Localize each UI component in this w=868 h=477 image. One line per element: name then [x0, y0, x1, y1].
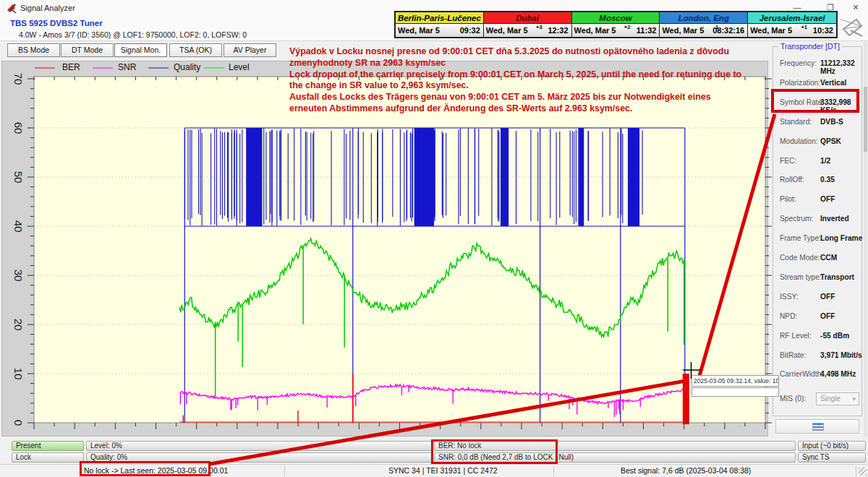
param-label-pilot-: Pilot: [780, 195, 796, 203]
annotation-text: Výpadok v Locku nosnej presne od 9:00:01… [289, 46, 770, 115]
clock-time: 08:32:16 [712, 26, 744, 35]
clock-city: Berlin-Paris-Lučenec [396, 12, 483, 24]
clock-jerusalem-israel: Jerusalem-IsraelWed, Mar 5+110:32 [748, 12, 836, 37]
param-value-polarization-: Vertical [820, 79, 846, 87]
param-value-pilot-: OFF [820, 195, 835, 203]
param-value-spectrum-: Inverted [820, 215, 849, 223]
legend-line-snr [93, 67, 113, 69]
param-value-npd-: OFF [820, 312, 835, 320]
param-label-rf-level-: RF Level: [780, 332, 812, 340]
param-label-code-mode-: Code Mode: [780, 254, 820, 262]
param-label-bitrate-: BitRate: [780, 351, 806, 359]
param-label-frequency-: Frequency: [780, 59, 817, 67]
no-lock-highlight-box [80, 461, 210, 476]
signal-chart-panel[interactable] [1, 61, 768, 437]
status-input-~-bit-s-: Input (~0 bit/s) [798, 441, 866, 451]
clock-time: 09:32 [460, 26, 480, 35]
window-title: Signal Analyzer [20, 4, 75, 12]
statusbar-separator [856, 466, 856, 476]
app-icon [7, 3, 17, 17]
clock-city: London, Eng [660, 12, 747, 24]
legend-label-level: Level [229, 62, 250, 74]
clock-moscow: MoscowWed, Mar 5+211:32 [572, 12, 660, 37]
tab-av-player[interactable]: AV Player [224, 43, 276, 57]
legend-line-ber [35, 67, 55, 69]
sidebar-scrollbar-thumb[interactable] [864, 87, 867, 152]
clock-date: Wed, Mar 5 [486, 26, 528, 35]
param-label-fec-: FEC: [780, 157, 796, 165]
status-present: Present [12, 441, 84, 451]
clock-dubai: DubaiWed, Mar 5+312:32 [484, 12, 572, 37]
clock-city: Jerusalem-Israel [748, 12, 836, 24]
clock-berlin-paris-lu-enec: Berlin-Paris-LučenecWed, Mar 509:32 [396, 12, 484, 37]
param-value-fec-: 1/2 [820, 157, 830, 165]
clock-offset: +3 [536, 24, 542, 30]
param-label-frame-type-: Frame Type: [780, 234, 821, 242]
legend-line-quality [148, 67, 169, 69]
clock-time: 10:32 [813, 26, 833, 35]
param-value-frequency-: 11212,332 MHz [820, 59, 868, 75]
status-sync-ts: Sync TS [798, 452, 866, 463]
param-value-carrierwidth-: 4,498 MHz [820, 370, 856, 378]
annotation-line: the change in SR value to 2,963 ksym/sec… [289, 80, 770, 92]
status-best-signal: Best signal: 7,6 dB (2025-03-04 08:38) [621, 466, 751, 475]
param-label-carrierwidth-: CarrierWidth: [780, 370, 823, 378]
status-level: Level: 0% [86, 441, 432, 451]
resize-grip[interactable] [859, 468, 867, 476]
world-clocks: Berlin-Paris-LučenecWed, Mar 509:32Dubai… [394, 11, 838, 38]
legend-label-quality: Quality [174, 62, 200, 74]
param-value-rf-level-: -55 dBm [820, 332, 849, 340]
chevron-down-icon: ▾ [852, 393, 856, 405]
param-label-mis: MIS (0): [780, 395, 806, 403]
param-value-standard-: DVB-S [820, 118, 843, 126]
param-value-bitrate-: 3,971 Mbit/s [820, 351, 862, 359]
param-label-issy-: ISSY: [780, 293, 798, 301]
signal-analyzer-window: Signal Analyzer — ❐ ✕ TBS 5925 DVBS2 Tun… [0, 0, 868, 477]
legend-label-snr: SNR [118, 62, 136, 74]
annotation-line: erneuten Abstimmens aufgrund der Änderun… [289, 103, 770, 115]
status-lock: Lock [12, 452, 84, 463]
clock-time: 12:32 [548, 26, 568, 35]
tbs-logo-icon [841, 17, 867, 40]
clock-london-eng: London, EngWed, Mar 5-108:32:16 [660, 12, 748, 37]
clock-offset: +2 [624, 24, 631, 30]
param-label-polarization-: Polarization: [780, 79, 820, 87]
param-value-code-mode-: CCM [820, 254, 837, 262]
clock-date: Wed, Mar 5 [574, 26, 616, 35]
annotation-line: Výpadok v Locku nosnej presne od 9:00:01… [289, 46, 770, 58]
param-label-npd-: NPD: [780, 312, 797, 320]
clock-city: Moscow [572, 12, 660, 24]
param-label-standard-: Standard: [780, 118, 812, 126]
legend-line-level [204, 67, 224, 69]
clock-date: Wed, Mar 5 [750, 26, 792, 35]
statusbar-separator [553, 466, 554, 476]
close-button[interactable]: ✕ [843, 1, 868, 13]
clock-time: 11:32 [637, 26, 657, 35]
tab-signal-mon-[interactable]: Signal Mon. [114, 43, 167, 57]
chart-tooltip-extra [692, 387, 779, 397]
ts-stream-button[interactable] [775, 419, 859, 434]
tab-tsa-ok-[interactable]: TSA (OK) [169, 43, 222, 57]
clock-offset: +1 [801, 24, 807, 30]
param-value-rolloff-: 0.35 [820, 176, 835, 184]
stream-flag-icon [812, 423, 824, 431]
param-value-issy-: OFF [820, 293, 835, 301]
tab-bs-mode[interactable]: BS Mode [7, 43, 60, 57]
mis-dropdown[interactable]: Single▾ [816, 392, 859, 405]
ber-snr-highlight-box [431, 439, 558, 464]
statusbar-separator [284, 466, 285, 476]
param-label-modulation-: Modulation: [780, 137, 818, 145]
annotation-line: Ausfall des Locks des Trägers genau von … [289, 92, 770, 103]
symbol-rate-highlight-box [771, 89, 859, 113]
param-value-stream-type-: Transport [820, 273, 854, 281]
param-label-rolloff-: RollOff: [780, 176, 804, 184]
param-label-spectrum-: Spectrum: [780, 215, 813, 223]
tuner-name: TBS 5925 DVBS2 Tuner [10, 19, 103, 27]
annotation-line: zmenyhodnoty SR na 2963 ksym/sec [289, 58, 770, 69]
mis-value: Single [820, 395, 841, 403]
status-sync-counters: SYNC 34 | TEI 31931 | CC 2472 [388, 466, 498, 475]
transponder-group-title: Transponder [DT] [778, 42, 842, 51]
tab-dt-mode[interactable]: DT Mode [61, 43, 114, 57]
clock-date: Wed, Mar 5 [398, 26, 440, 35]
legend-label-ber: BER [62, 62, 80, 74]
